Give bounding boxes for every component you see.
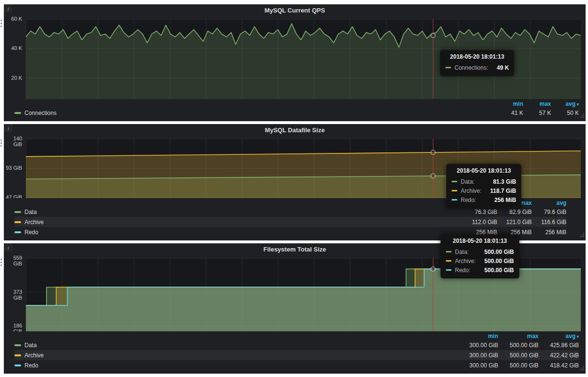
legend-stat-value: 500.00 GiB (498, 362, 539, 369)
legend-series-toggle[interactable]: Redo (14, 229, 463, 236)
tooltip-timestamp: 2018-05-20 18:01:13 (452, 167, 516, 174)
legend-sort-max[interactable]: max (498, 333, 539, 339)
legend-series-toggle[interactable]: Archive (14, 352, 458, 359)
legend-row: Redo300.00 GiB500.00 GiB418.42 GiB (14, 360, 579, 370)
series-color-dash-icon (14, 211, 21, 213)
y-axis-label: 40 K (4, 45, 22, 51)
tooltip-series-value: 256 MiB (494, 197, 516, 203)
legend-header-row: minmaxavg ▾ (14, 332, 579, 340)
tooltip-series-value: 81.3 GiB (493, 178, 516, 185)
legend-stat-value: 79.6 GiB (532, 209, 566, 215)
legend-stat-value: 500.00 GiB (498, 342, 539, 349)
legend-mysql-current-qps: minmaxavg ▾Connections41 K57 K50 K (4, 99, 586, 121)
series-color-dash-icon (446, 269, 452, 271)
tooltip-filesystem-total-size: 2018-05-20 18:01:13 Data:500.00 GiBArchi… (441, 234, 519, 278)
tooltip-series-row: Connections:49 K (445, 63, 509, 72)
panel-title[interactable]: Filesystem Total Size (263, 246, 326, 253)
legend-filesystem-total-size: minmaxavg ▾Data300.00 GiB500.00 GiB425.8… (4, 331, 586, 374)
series-color-dash-icon (452, 190, 457, 191)
legend-row: Archive112.0 GiB121.0 GiB116.6 GiB (14, 217, 566, 227)
legend-stat-value: 82.9 GiB (497, 209, 532, 215)
legend-stat-value: 422.42 GiB (539, 352, 579, 359)
y-axis-label: 20 K (4, 75, 22, 81)
y-axis-label: 186 GiB (4, 323, 22, 331)
tooltip-series-name: Data: (461, 178, 475, 185)
legend-stat-value: 425.86 GiB (539, 342, 579, 349)
tooltip-series-row: Redo:500.00 GiB (446, 265, 514, 275)
tooltip-series-row: Redo:256 MiB (452, 195, 516, 204)
series-color-dash-icon (445, 67, 451, 68)
legend-series-toggle[interactable]: Redo (14, 362, 458, 369)
series-color-dash-icon (452, 199, 457, 201)
panel-title[interactable]: MySQL Datafile Size (265, 126, 325, 134)
legend-stat-value: 112.0 GiB (463, 219, 497, 226)
y-axis-label: 93 GiB (4, 165, 22, 171)
panel-drag-handle[interactable] (0, 20, 2, 27)
chevron-down-icon: ▾ (576, 334, 579, 339)
tooltip-series-row: Data:500.00 GiB (446, 247, 514, 256)
legend-stat-value: 41 K (495, 110, 523, 116)
hover-point-marker (431, 267, 435, 271)
panel-resize-handle[interactable] (579, 364, 585, 373)
legend-header-row: minmaxavg ▾ (14, 100, 579, 108)
legend-series-toggle[interactable]: Archive (14, 219, 463, 226)
legend-series-toggle[interactable]: Data (14, 342, 458, 349)
legend-sort-avg[interactable]: avg (532, 200, 566, 206)
panel-info-icon[interactable]: i (4, 4, 12, 13)
legend-stat-value: 57 K (523, 110, 551, 116)
tooltip-series-row: Data:81.3 GiB (452, 177, 516, 186)
panel-resize-handle[interactable] (579, 231, 585, 239)
series-color-dash-icon (14, 344, 21, 346)
tooltip-series-value: 49 K (497, 64, 509, 71)
panel-info-icon[interactable]: i (4, 124, 12, 132)
panel-header: i MySQL Current QPS (4, 4, 586, 16)
y-axis-label: 47 GiB (4, 194, 22, 198)
tooltip-series-name: Redo: (461, 197, 476, 203)
series-color-dash-icon (14, 364, 21, 366)
tooltip-series-name: Archive: (455, 258, 476, 264)
panel-title[interactable]: MySQL Current QPS (264, 7, 325, 14)
legend-stat-value: 418.42 GiB (539, 362, 579, 369)
tooltip-series-name: Connections: (454, 64, 488, 71)
panel-header: i MySQL Datafile Size (4, 124, 586, 136)
y-axis-label: 60 K (4, 16, 22, 22)
legend-row: Connections41 K57 K50 K (14, 108, 579, 118)
tooltip-mysql-datafile-size: 2018-05-20 18:01:13 Data:81.3 GiBArchive… (446, 164, 521, 208)
series-color-dash-icon (446, 260, 452, 262)
legend-stat-value: 121.0 GiB (497, 219, 532, 226)
legend-stat-value: 300.00 GiB (458, 362, 498, 369)
legend-sort-avg[interactable]: avg ▾ (539, 333, 579, 339)
legend-sort-min[interactable]: min (495, 101, 523, 107)
panel-drag-handle[interactable] (0, 259, 2, 266)
hover-point-marker (431, 174, 435, 178)
panel-drag-handle[interactable] (0, 139, 2, 147)
tooltip-series-value: 500.00 GiB (484, 249, 514, 255)
panel-info-icon[interactable]: i (4, 243, 12, 251)
legend-row: Data300.00 GiB500.00 GiB425.86 GiB (14, 340, 579, 350)
chevron-down-icon: ▾ (576, 102, 579, 107)
legend-stat-value: 300.00 GiB (458, 342, 498, 349)
legend-stat-value: 256 MiB (532, 229, 566, 236)
legend-series-toggle[interactable]: Data (14, 209, 463, 215)
tooltip-timestamp: 2018-05-20 18:01:13 (446, 238, 514, 244)
y-axis-label: 373 GiB (4, 289, 22, 301)
legend-stat-value: 50 K (551, 110, 579, 116)
legend-stat-value: 300.00 GiB (458, 352, 498, 359)
tooltip-series-name: Data: (455, 249, 469, 255)
tooltip-series-row: Archive:500.00 GiB (446, 256, 514, 265)
tooltip-series-value: 500.00 GiB (484, 267, 514, 274)
legend-series-toggle[interactable]: Connections (14, 110, 495, 116)
panel-resize-handle[interactable] (579, 112, 585, 120)
series-color-dash-icon (446, 251, 452, 252)
series-color-dash-icon (14, 354, 21, 356)
tooltip-series-row: Archive:118.7 GiB (452, 186, 516, 195)
hover-point-marker (431, 33, 435, 38)
legend-sort-min[interactable]: min (458, 333, 498, 339)
grafana-dashboard: i MySQL Current QPS 60 K40 K20 K017:5017… (0, 0, 588, 377)
series-color-dash-icon (14, 221, 21, 223)
legend-sort-avg[interactable]: avg ▾ (551, 101, 579, 107)
tooltip-timestamp: 2018-05-20 18:01:13 (445, 53, 509, 60)
legend-sort-max[interactable]: max (523, 101, 551, 107)
series-color-dash-icon (452, 181, 457, 182)
series-color-dash-icon (14, 231, 21, 233)
